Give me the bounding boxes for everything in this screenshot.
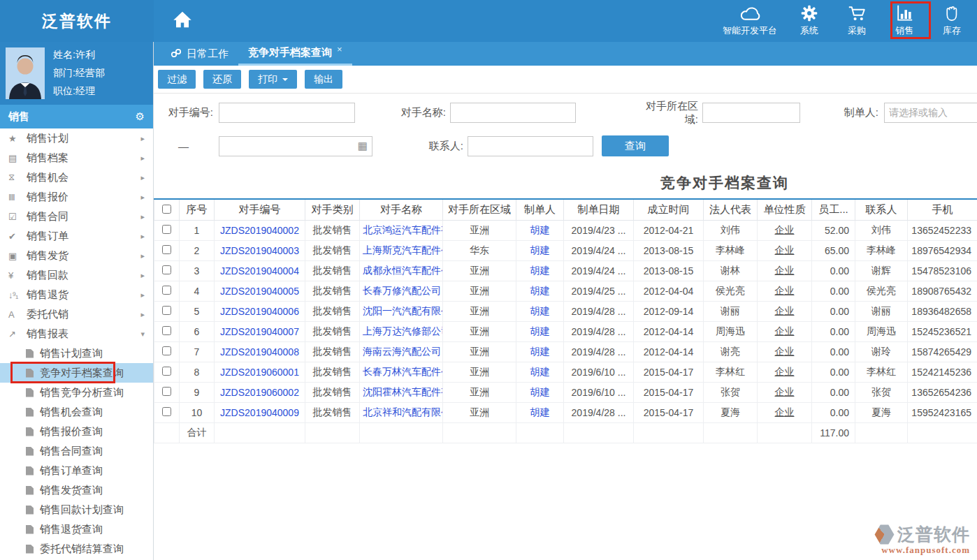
sidebar-subitem[interactable]: 销售机会查询 [0,402,153,422]
cell-creator-link[interactable]: 胡建 [516,382,564,402]
sidebar-item[interactable]: ⧖ 销售机会 ▸ [0,168,153,187]
row-checkbox[interactable] [162,225,171,234]
row-checkbox[interactable] [162,387,171,396]
sidebar-item[interactable]: ‖‖ 销售报价 ▸ [0,187,153,207]
cell-unit-type[interactable]: 企业 [758,281,812,301]
row-checkbox[interactable] [162,407,171,416]
cell-creator-link[interactable]: 胡建 [516,362,564,382]
cell-name-link[interactable]: 沈阳霍林汽车配件有 [360,382,443,402]
nav-item-inventory[interactable]: 库存 [936,1,967,40]
sidebar-subitem[interactable]: 销售回款计划查询 [0,500,153,520]
restore-button[interactable]: 还原 [203,70,241,89]
column-header[interactable]: 制单人 [516,199,564,220]
tab-daily-work[interactable]: 日常工作 [161,42,238,66]
cell-code-link[interactable]: JZDS2019040008 [215,341,305,362]
column-header[interactable]: 序号 [180,199,215,220]
column-header[interactable]: 对手类别 [305,199,360,220]
nav-item-system[interactable]: 系统 [794,1,825,40]
cell-code-link[interactable]: JZDS2019040006 [215,301,305,321]
cell-name-link[interactable]: 长春万修汽配公司 [360,281,443,301]
cell-name-link[interactable]: 海南云海汽配公司 [360,341,443,362]
print-button[interactable]: 打印 [249,70,297,89]
row-checkbox[interactable] [162,367,171,376]
cell-unit-type[interactable]: 企业 [758,260,812,281]
sidebar-subitem[interactable]: 竞争对手档案查询 [0,363,153,383]
sidebar-subitem[interactable]: 销售报价查询 [0,422,153,441]
nav-item-sales[interactable]: 销售 [889,1,920,40]
sidebar-item[interactable]: A 委托代销 ▸ [0,304,153,324]
column-header[interactable]: 对手所在区域 [443,199,516,220]
cell-unit-type[interactable]: 企业 [758,240,812,260]
select-all-checkbox[interactable] [162,205,171,214]
sidebar-item[interactable]: ☑ 销售合同 ▸ [0,207,153,226]
column-header[interactable]: 制单日期 [564,199,634,220]
cell-name-link[interactable]: 成都永恒汽车配件公 [360,260,443,281]
cell-code-link[interactable]: JZDS2019040005 [215,281,305,301]
column-header[interactable]: 对手编号 [215,199,305,220]
close-icon[interactable]: × [337,44,342,54]
calendar-icon[interactable]: ▦ [358,140,368,152]
sidebar-subitem[interactable]: 销售合同查询 [0,441,153,461]
cell-code-link[interactable]: JZDS2019040009 [215,402,305,422]
settings-gear-icon[interactable]: ⚙ [136,110,145,123]
sidebar-item[interactable]: ✔ 销售订单 ▸ [0,226,153,246]
cell-creator-link[interactable]: 胡建 [516,321,564,341]
cell-creator-link[interactable]: 胡建 [516,260,564,281]
column-header[interactable]: 手机 [908,199,977,220]
cell-creator-link[interactable]: 胡建 [516,281,564,301]
cell-code-link[interactable]: JZDS2019060002 [215,382,305,402]
cell-name-link[interactable]: 上海万达汽修部公司 [360,321,443,341]
sidebar-subitem[interactable]: 销售退货查询 [0,520,153,539]
home-button[interactable] [172,10,193,32]
competitor-name-input[interactable] [450,103,576,123]
cell-name-link[interactable]: 长春万林汽车配件公 [360,362,443,382]
sidebar-item[interactable]: ↓⁹₁ 销售退货 ▸ [0,285,153,304]
sidebar-item[interactable]: ▤ 销售档案 ▸ [0,148,153,168]
row-checkbox[interactable] [162,245,171,254]
cell-unit-type[interactable]: 企业 [758,402,812,422]
row-checkbox[interactable] [162,265,171,274]
column-header[interactable]: 对手名称 [360,199,443,220]
sidebar-item[interactable]: ↗ 销售报表 ▾ [0,324,153,344]
row-checkbox[interactable] [162,326,171,335]
sidebar-subitem[interactable]: 销售订单查询 [0,461,153,480]
filter-button[interactable]: 过滤 [158,70,196,89]
cell-name-link[interactable]: 沈阳一汽汽配有限公 [360,301,443,321]
cell-creator-link[interactable]: 胡建 [516,402,564,422]
cell-code-link[interactable]: JZDS2019040003 [215,240,305,260]
sidebar-item[interactable]: ★ 销售计划 ▸ [0,128,153,148]
cell-unit-type[interactable]: 企业 [758,301,812,321]
cell-code-link[interactable]: JZDS2019060001 [215,362,305,382]
cell-code-link[interactable]: JZDS2019040007 [215,321,305,341]
row-checkbox[interactable] [162,346,171,355]
nav-item-dev-platform[interactable]: 智能开发平台 [723,1,777,40]
sidebar-subitem[interactable]: 委托代销结算查询 [0,539,153,559]
column-header[interactable]: 法人代表 [704,199,758,220]
sidebar-subitem[interactable]: 销售计划查询 [0,344,153,363]
cell-unit-type[interactable]: 企业 [758,220,812,240]
cell-name-link[interactable]: 北京祥和汽配有限公 [360,402,443,422]
cell-name-link[interactable]: 北京鸿运汽车配件有 [360,220,443,240]
cell-unit-type[interactable]: 企业 [758,362,812,382]
competitor-code-input[interactable] [219,103,355,123]
column-header[interactable]: 联系人 [855,199,908,220]
sidebar-subitem[interactable]: 销售竞争分析查询 [0,383,153,402]
cell-name-link[interactable]: 上海斯克汽车配件公 [360,240,443,260]
row-checkbox[interactable] [162,306,171,315]
cell-unit-type[interactable]: 企业 [758,321,812,341]
cell-code-link[interactable]: JZDS2019040004 [215,260,305,281]
cell-creator-link[interactable]: 胡建 [516,301,564,321]
region-input[interactable] [702,103,800,123]
column-header[interactable]: 成立时间 [634,199,704,220]
row-checkbox[interactable] [162,286,171,295]
column-header[interactable]: 员工... [812,199,855,220]
cell-unit-type[interactable]: 企业 [758,382,812,402]
cell-creator-link[interactable]: 胡建 [516,240,564,260]
creator-input[interactable] [884,103,977,123]
cell-unit-type[interactable]: 企业 [758,341,812,362]
cell-creator-link[interactable]: 胡建 [516,341,564,362]
sidebar-item[interactable]: ¥ 销售回款 ▸ [0,265,153,285]
tab-competitor-archive-query[interactable]: 竞争对手档案查询 × [238,42,352,66]
sidebar-subitem[interactable]: 销售发货查询 [0,480,153,500]
sidebar-item[interactable]: ▣ 销售发货 ▸ [0,246,153,265]
